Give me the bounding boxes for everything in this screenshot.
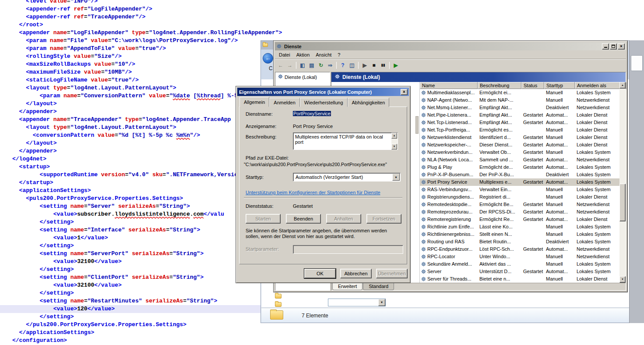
scrollbar-thumb[interactable] xyxy=(415,116,419,134)
service-row[interactable]: Server für Threads...Bietet eine n...Man… xyxy=(420,275,619,283)
show-console-tree-button[interactable]: ◧ xyxy=(298,61,307,70)
folder-icon[interactable] xyxy=(275,302,282,307)
close-button[interactable]: × xyxy=(618,43,625,50)
service-row[interactable]: Multimediaklassenpl...Ermöglicht ei...Ma… xyxy=(420,89,619,96)
cell-desc: Empfängt Akt... xyxy=(478,111,521,119)
service-row[interactable]: Net.Tcp-Listenerad...Empfängt Akt...Gest… xyxy=(420,119,619,126)
scrollbar-thumb[interactable] xyxy=(619,184,626,221)
service-row[interactable]: RPC-LocatorUnter Windo...ManuellNetzwerk… xyxy=(420,253,619,260)
service-gear-icon xyxy=(421,90,426,95)
column-header-beschreibung[interactable]: Beschreibung xyxy=(478,82,521,89)
service-row[interactable]: RPC-Endpunktzuor...Löst RPC-Sch...Gestar… xyxy=(420,245,619,253)
service-row[interactable]: RAS-Verbindungsv...Verwaltet Ein...Manue… xyxy=(420,186,619,193)
minimize-button[interactable] xyxy=(602,43,609,50)
beenden-button[interactable]: Beenden xyxy=(286,214,321,224)
anzeigename-value[interactable]: Port Proxy Service xyxy=(293,124,333,129)
service-row[interactable]: Netzwerkspeicher-...Dieser Dienst...Gest… xyxy=(420,141,619,149)
properties-button[interactable]: ▤ xyxy=(307,61,316,70)
tree-node-dienste-lokal[interactable]: Dienste (Lokal) xyxy=(275,72,330,80)
service-row[interactable]: Sekundäre Anmeld...Aktiviert das ...Manu… xyxy=(420,260,619,268)
service-row[interactable]: Richtlinienergebniss...Stellt einen N...… xyxy=(420,231,619,238)
dropdown-button[interactable]: ▼ xyxy=(392,174,400,181)
service-row[interactable]: Net.Tcp-Portfreiga...Ermöglicht es...Man… xyxy=(420,126,619,134)
toolbar-separator xyxy=(296,62,296,69)
start-service-button[interactable]: ▶ xyxy=(360,61,369,70)
menu-item-datei[interactable]: Datei xyxy=(276,51,293,58)
textbox-scrollbar[interactable]: ▲ ▼ xyxy=(391,133,398,149)
folder-icon xyxy=(270,310,283,320)
service-row[interactable]: Remoteprozedurau...Der RPCSS-Di...Gestar… xyxy=(420,208,619,216)
services-titlebar[interactable]: Dienste × xyxy=(275,42,626,50)
cell-status: Gestartet xyxy=(521,208,544,216)
cell-desc: Der PnP-X-Bu... xyxy=(478,171,521,178)
help-button[interactable]: ? xyxy=(338,61,347,70)
cell-start: Manuell xyxy=(544,96,575,104)
close-button[interactable]: × xyxy=(401,89,408,95)
folder-icon[interactable] xyxy=(275,294,282,299)
tab-allgemein[interactable]: Allgemein xyxy=(239,97,269,107)
startoptions-help-link[interactable]: Unterstützung beim Konfigurieren der Sta… xyxy=(246,190,380,195)
restart-service-button[interactable]: ▶ xyxy=(391,61,400,70)
service-row[interactable]: PnP-X-IP-Busenum...Der PnP-X-Bu...Deakti… xyxy=(420,171,619,178)
address-bar[interactable]: C xyxy=(269,65,273,71)
vertical-scrollbar[interactable]: ▲ ▼ xyxy=(619,82,626,283)
service-row[interactable]: Port Proxy ServiceMultiplexes e...Gestar… xyxy=(420,178,619,186)
service-row[interactable]: Plug & PlayErmöglicht de...GestartetAuto… xyxy=(420,164,619,171)
service-row[interactable]: Registrierungsdiens...Registriert di...M… xyxy=(420,193,619,201)
service-row[interactable]: RemoteregistrierungErmöglicht Re...Gesta… xyxy=(420,216,619,223)
service-row[interactable]: Net.Msmq-Listener...Empfängt Akt...Deakt… xyxy=(420,104,619,111)
service-row[interactable]: Routing und RASBietet Routin...Deaktivie… xyxy=(420,238,619,245)
service-row[interactable]: Netzwerkverbindun...Verwaltet Ob...Gesta… xyxy=(420,149,619,156)
cell-start: Automat... xyxy=(544,164,575,171)
cell-start: Manuell xyxy=(544,149,575,156)
abbrechen-button[interactable]: Abbrechen xyxy=(340,269,372,278)
extended-pane-button[interactable]: ◫ xyxy=(348,61,356,70)
tab-wiederherstellung[interactable]: Wiederherstellung xyxy=(300,98,348,107)
service-row[interactable]: ServerUnterstützt D...GestartetAutomat..… xyxy=(420,268,619,275)
service-row[interactable]: Remotedesktopdie...Ermöglicht Be...Gesta… xyxy=(420,201,619,208)
column-header-starttyp[interactable]: Starttyp xyxy=(544,82,575,89)
restore-button[interactable] xyxy=(610,43,617,50)
scroll-down-button[interactable]: ▼ xyxy=(619,276,626,283)
scroll-up-button[interactable]: ▲ xyxy=(619,82,626,89)
startparameter-input[interactable] xyxy=(293,245,403,254)
starttyp-select[interactable]: Automatisch (Verzögerter Start) ▼ xyxy=(293,173,401,181)
column-header-name[interactable]: Name xyxy=(420,82,478,89)
cell-status: Gestartet xyxy=(521,134,544,141)
dienstname-value[interactable]: PortProxyService xyxy=(293,111,331,116)
back-button[interactable]: ← xyxy=(276,61,285,70)
scrollbar-thumb[interactable] xyxy=(631,55,643,71)
service-row[interactable]: Richtlinie zum Entfe...Lässt eine Ko...M… xyxy=(420,223,619,231)
scroll-up-button[interactable]: ▲ xyxy=(391,133,397,139)
menu-item-ansicht[interactable]: Ansicht xyxy=(313,51,334,58)
pause-service-button[interactable]: ▮▮ xyxy=(379,61,387,70)
tab-anmelden[interactable]: Anmelden xyxy=(269,98,300,107)
back-button[interactable]: ← xyxy=(263,53,273,64)
dropdown-button[interactable]: ▼ xyxy=(378,299,385,306)
explorer-combobox[interactable]: ▼ xyxy=(328,299,386,306)
service-row[interactable]: NetzwerklistendienstIdentifiziert d...Ge… xyxy=(420,134,619,141)
export-list-button[interactable]: ⇒ xyxy=(326,61,334,70)
beschreibung-textbox[interactable]: Multiplexes external TCP/IP data on loca… xyxy=(293,132,398,150)
service-row[interactable]: Net.Pipe-Listenera...Empfängt Akt...Gest… xyxy=(420,111,619,119)
column-header-anmeldenals[interactable]: Anmelden als xyxy=(575,82,620,89)
view-tab-erweitert[interactable]: Erweitert xyxy=(332,283,362,290)
column-header-status[interactable]: Status xyxy=(521,82,544,89)
tab-abhängigkeiten[interactable]: Abhängigkeiten xyxy=(348,98,390,107)
stop-service-button[interactable]: ■ xyxy=(370,61,378,70)
menu-item-hilfe[interactable]: ? xyxy=(334,51,343,58)
ok-button[interactable]: OK xyxy=(304,269,336,278)
scroll-down-button[interactable]: ▼ xyxy=(391,144,397,149)
services-app-icon xyxy=(277,43,282,49)
service-properties-dialog: Eigenschaften von Port Proxy Service (Lo… xyxy=(236,86,411,283)
service-gear-icon xyxy=(421,269,426,274)
view-tab-standard[interactable]: Standard xyxy=(363,283,394,290)
service-row[interactable]: NLA (Network Loca...Sammelt und ...Gesta… xyxy=(420,156,619,164)
fortsetzen-button: Fortsetzen xyxy=(366,214,401,224)
service-row[interactable]: NAP-Agent (Netwo...Mit dem NAP-...Manuel… xyxy=(420,96,619,104)
menu-item-aktion[interactable]: Aktion xyxy=(293,51,313,58)
service-gear-icon xyxy=(421,254,426,259)
dialog-titlebar[interactable]: Eigenschaften von Port Proxy Service (Lo… xyxy=(237,88,409,96)
refresh-button[interactable]: ↻ xyxy=(317,61,325,70)
forward-button[interactable]: → xyxy=(285,61,294,70)
